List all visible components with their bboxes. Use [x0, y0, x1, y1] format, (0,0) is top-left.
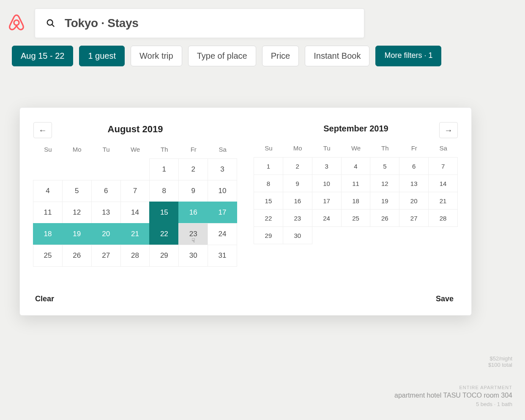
- calendar-day[interactable]: 6: [91, 180, 121, 202]
- dow-label: Su: [254, 145, 283, 158]
- calendar-day[interactable]: 8: [254, 175, 283, 192]
- calendar-day[interactable]: 30: [178, 245, 208, 267]
- calendar-day[interactable]: 14: [428, 175, 458, 192]
- month-1-title: August 2019: [33, 124, 237, 135]
- calendar-day[interactable]: 18: [341, 192, 371, 210]
- calendar-day-empty: [428, 226, 458, 244]
- calendar-day[interactable]: 9: [283, 175, 312, 192]
- svg-point-1: [47, 20, 53, 25]
- calendar-day[interactable]: 26: [62, 245, 92, 267]
- calendar-day[interactable]: 3: [312, 157, 342, 175]
- calendar-day-empty: [120, 158, 150, 180]
- calendar-day[interactable]: 26: [370, 209, 399, 227]
- calendar-day[interactable]: 11: [33, 202, 63, 224]
- calendar-day[interactable]: 9: [178, 180, 208, 202]
- calendar-day[interactable]: 7: [428, 157, 458, 175]
- calendar-day[interactable]: 18: [33, 223, 63, 245]
- clear-button[interactable]: Clear: [33, 278, 54, 303]
- calendar-day[interactable]: 1: [149, 158, 179, 180]
- calendar-day[interactable]: 29: [254, 226, 283, 244]
- calendar-day[interactable]: 23: [283, 209, 312, 227]
- calendar-day[interactable]: 21: [120, 223, 150, 245]
- calendar-day[interactable]: 21: [428, 192, 458, 210]
- calendar-day[interactable]: 19: [370, 192, 399, 210]
- dow-label: Tu: [312, 145, 342, 158]
- calendar-day[interactable]: 3: [208, 158, 237, 180]
- calendar-day[interactable]: 2: [178, 158, 208, 180]
- calendar-day[interactable]: 17: [312, 192, 342, 210]
- calendar-day[interactable]: 22: [254, 209, 283, 227]
- dow-label: Tu: [92, 146, 121, 159]
- calendar-day[interactable]: 24: [208, 223, 237, 245]
- calendar-day[interactable]: 13: [399, 175, 429, 192]
- dow-label: Th: [150, 146, 179, 159]
- airbnb-logo[interactable]: [8, 14, 25, 33]
- calendar-day[interactable]: 28: [120, 245, 150, 267]
- calendar-day[interactable]: 7: [120, 180, 150, 202]
- calendar-day[interactable]: 11: [341, 175, 371, 192]
- calendar-day-empty: [370, 226, 399, 244]
- calendar-day[interactable]: 27: [399, 209, 429, 227]
- dow-label: We: [121, 146, 150, 159]
- guests-pill[interactable]: 1 guest: [79, 46, 125, 66]
- header: Tokyo · Stays: [0, 0, 525, 41]
- arrow-left-icon: ←: [38, 125, 47, 135]
- calendar-day[interactable]: 4: [33, 180, 63, 202]
- calendar-day[interactable]: 19: [62, 223, 92, 245]
- calendar-day[interactable]: 29: [149, 245, 179, 267]
- dow-label: Mo: [63, 146, 92, 159]
- month-1-grid: 1234567891011121314151617181920212223☟24…: [33, 159, 237, 267]
- calendar-day[interactable]: 22: [149, 223, 179, 245]
- calendar-day[interactable]: 12: [62, 202, 92, 224]
- calendar-day[interactable]: 5: [62, 180, 92, 202]
- calendar-day-empty: [341, 226, 371, 244]
- dow-label: We: [342, 145, 371, 158]
- dates-pill[interactable]: Aug 15 - 22: [12, 46, 73, 66]
- calendar-day[interactable]: 20: [399, 192, 429, 210]
- listing-type: ENTIRE APARTMENT: [394, 385, 512, 390]
- next-month-button[interactable]: →: [439, 122, 458, 138]
- calendar-day[interactable]: 6: [399, 157, 429, 175]
- calendar-day-empty: [91, 158, 121, 180]
- calendar-day[interactable]: 30: [283, 226, 312, 244]
- calendar-day[interactable]: 5: [370, 157, 399, 175]
- calendar-day[interactable]: 10: [208, 180, 237, 202]
- calendar-day[interactable]: 14: [120, 202, 150, 224]
- calendar-day[interactable]: 16: [178, 202, 208, 224]
- calendar-day[interactable]: 20: [91, 223, 121, 245]
- calendar-day[interactable]: 28: [428, 209, 458, 227]
- calendar-day[interactable]: 15: [149, 202, 179, 224]
- calendar-day[interactable]: 13: [91, 202, 121, 224]
- calendar-day[interactable]: 16: [283, 192, 312, 210]
- calendar-day[interactable]: 25: [33, 245, 63, 267]
- calendar-month-1: August 2019 SuMoTuWeThFrSa 1234567891011…: [33, 120, 237, 267]
- calendar-day[interactable]: 4: [341, 157, 371, 175]
- listing-total: $100 total: [394, 362, 512, 368]
- dow-label: Fr: [399, 145, 429, 158]
- search-bar[interactable]: Tokyo · Stays: [35, 8, 364, 38]
- cursor-icon: ☟: [191, 237, 195, 244]
- calendar-day[interactable]: 12: [370, 175, 399, 192]
- calendar-day[interactable]: 24: [312, 209, 342, 227]
- dow-label: Mo: [283, 145, 312, 158]
- calendar-day[interactable]: 10: [312, 175, 342, 192]
- calendar-day[interactable]: 1: [254, 157, 283, 175]
- calendar-day[interactable]: 27: [91, 245, 121, 267]
- work-trip-pill[interactable]: Work trip: [131, 46, 182, 66]
- calendar-day-empty: [312, 226, 342, 244]
- calendar-day[interactable]: 2: [283, 157, 312, 175]
- more-filters-pill[interactable]: More filters · 1: [375, 46, 441, 66]
- prev-month-button[interactable]: ←: [33, 122, 52, 138]
- calendar-day[interactable]: 23☟: [178, 223, 208, 245]
- instant-book-pill[interactable]: Instant Book: [305, 46, 369, 66]
- calendar-day-empty: [399, 226, 429, 244]
- type-of-place-pill[interactable]: Type of place: [188, 46, 256, 66]
- save-button[interactable]: Save: [436, 295, 458, 303]
- calendar-day[interactable]: 15: [254, 192, 283, 210]
- calendar-day[interactable]: 25: [341, 209, 371, 227]
- calendar-day[interactable]: 17: [208, 202, 237, 224]
- calendar-day[interactable]: 8: [149, 180, 179, 202]
- background-listing: $52/night $100 total ENTIRE APARTMENT ap…: [394, 355, 512, 407]
- price-pill[interactable]: Price: [262, 46, 299, 66]
- calendar-day[interactable]: 31: [208, 245, 237, 267]
